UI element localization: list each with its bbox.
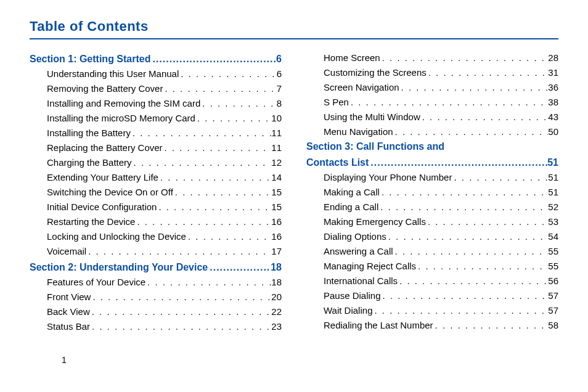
toc-item-row[interactable]: Restarting the Device 16 [30,214,282,229]
toc-item-label: Restarting the Device [47,214,135,229]
toc-leader-dots [195,111,271,126]
toc-page-ref: 51 [547,155,558,170]
toc-item-label: Initial Device Configuration [47,200,157,214]
toc-item-label: Installing the Battery [47,126,131,141]
toc-item-row[interactable]: Screen Navigation 36 [306,80,558,95]
toc-page-ref: 50 [548,125,558,139]
toc-leader-dots [91,290,271,304]
toc-leader-dots [132,155,272,170]
toc-item-row[interactable]: Customizing the Screens 31 [306,65,558,80]
toc-item-row[interactable]: S Pen 38 [306,95,558,110]
toc-leader-dots [399,80,549,95]
toc-item-row[interactable]: Back View 22 [30,304,282,319]
toc-leader-dots [179,67,276,81]
toc-item-row[interactable]: Voicemail 17 [30,244,282,259]
toc-leader-dots [398,274,548,288]
toc-leader-dots [157,200,271,214]
toc-section-heading[interactable]: Section 3: Call Functions and [306,139,558,154]
toc-item-row[interactable]: Menu Navigation 50 [306,125,558,139]
toc-item-row[interactable]: Charging the Battery 12 [30,155,282,170]
toc-section-label: Section 2: Understanding Your Device [30,260,208,275]
toc-page-ref: 15 [271,185,282,200]
toc-item-label: Back View [47,304,90,319]
toc-columns: Section 1: Getting Started 6Understandin… [30,51,558,334]
toc-page-ref: 6 [276,52,282,67]
toc-item-row[interactable]: Understanding this User Manual 6 [30,67,282,81]
toc-item-row[interactable]: Answering a Call 55 [306,244,558,259]
toc-page-ref: 16 [271,214,282,229]
toc-item-label: Making Emergency Calls [324,214,426,229]
toc-item-row[interactable]: Front View 20 [30,290,282,304]
toc-item-row[interactable]: Making Emergency Calls 53 [306,214,558,229]
toc-item-row[interactable]: Installing the Battery 11 [30,126,282,141]
toc-item-label: Wait Dialing [324,303,372,318]
toc-section-row[interactable]: Contacts List 51 [306,155,558,170]
toc-item-label: Charging the Battery [47,155,132,170]
toc-item-row[interactable]: Displaying Your Phone Number 51 [306,170,558,185]
toc-leader-dots [393,125,549,139]
toc-item-row[interactable]: Wait Dialing 57 [306,303,558,318]
toc-page-ref: 18 [271,260,282,275]
toc-item-label: Removing the Battery Cover [47,81,163,96]
toc-page-ref: 17 [271,244,282,259]
toc-item-row[interactable]: Replacing the Battery Cover 11 [30,141,282,155]
toc-item-row[interactable]: Dialing Options 54 [306,229,558,244]
toc-item-label: Customizing the Screens [324,65,427,80]
toc-page-ref: 18 [271,275,282,290]
toc-page-ref: 38 [548,95,558,110]
toc-page-ref: 52 [548,200,558,214]
toc-section-row[interactable]: Section 2: Understanding Your Device 18 [30,260,282,275]
toc-leader-dots [378,200,548,214]
toc-item-label: Home Screen [324,51,380,65]
toc-item-row[interactable]: Ending a Call 52 [306,200,558,214]
toc-leader-dots [452,170,548,185]
toc-item-row[interactable]: Home Screen 28 [306,51,558,65]
toc-page-ref: 28 [548,51,558,65]
toc-page-ref: 36 [548,80,558,95]
toc-page-ref: 23 [271,319,282,334]
toc-item-label: Installing and Removing the SIM card [47,96,200,111]
toc-item-row[interactable]: Initial Device Configuration 15 [30,200,282,214]
toc-section-row[interactable]: Section 1: Getting Started 6 [30,52,282,67]
toc-page-ref: 57 [548,288,558,303]
page-title: Table of Contents [30,18,558,35]
toc-page-ref: 7 [277,81,282,96]
toc-page-ref: 6 [277,67,282,81]
toc-item-row[interactable]: Using the Multi Window 43 [306,110,558,125]
toc-item-label: Pause Dialing [324,288,381,303]
toc-page-ref: 8 [277,96,282,111]
toc-page-ref: 54 [548,229,558,244]
toc-col-2: Home Screen 28Customizing the Screens 31… [306,51,558,334]
toc-leader-dots [145,275,271,290]
toc-item-row[interactable]: Features of Your Device 18 [30,275,282,290]
toc-page-ref: 31 [548,65,558,80]
toc-leader-dots [158,170,271,185]
toc-item-row[interactable]: Extending Your Battery Life 14 [30,170,282,185]
toc-item-row[interactable]: Locking and Unlocking the Device 16 [30,229,282,244]
toc-item-row[interactable]: Status Bar 23 [30,319,282,334]
toc-item-label: Understanding this User Manual [47,67,179,81]
toc-item-label: Screen Navigation [324,80,399,95]
toc-page-ref: 20 [271,290,282,304]
toc-item-row[interactable]: Making a Call 51 [306,185,558,200]
toc-page-ref: 14 [271,170,282,185]
toc-item-row[interactable]: Installing and Removing the SIM card 8 [30,96,282,111]
toc-page-ref: 15 [271,200,282,214]
toc-leader-dots [90,304,272,319]
toc-leader-dots [416,259,548,274]
toc-item-row[interactable]: Removing the Battery Cover 7 [30,81,282,96]
toc-item-label: Front View [47,290,91,304]
toc-item-label: Voicemail [47,244,86,259]
toc-item-row[interactable]: International Calls 56 [306,274,558,288]
toc-item-row[interactable]: Pause Dialing 57 [306,288,558,303]
toc-item-row[interactable]: Installing the microSD Memory Card 10 [30,111,282,126]
toc-leader-dots [135,214,271,229]
toc-page-ref: 56 [548,274,558,288]
toc-leader-dots [427,65,549,80]
toc-item-row[interactable]: Managing Reject Calls 55 [306,259,558,274]
toc-item-row[interactable]: Switching the Device On or Off 15 [30,185,282,200]
toc-item-label: Features of Your Device [47,275,145,290]
page-number: 1 [62,355,67,365]
toc-item-row[interactable]: Redialing the Last Number 58 [306,318,558,333]
toc-item-label: Managing Reject Calls [324,259,416,274]
